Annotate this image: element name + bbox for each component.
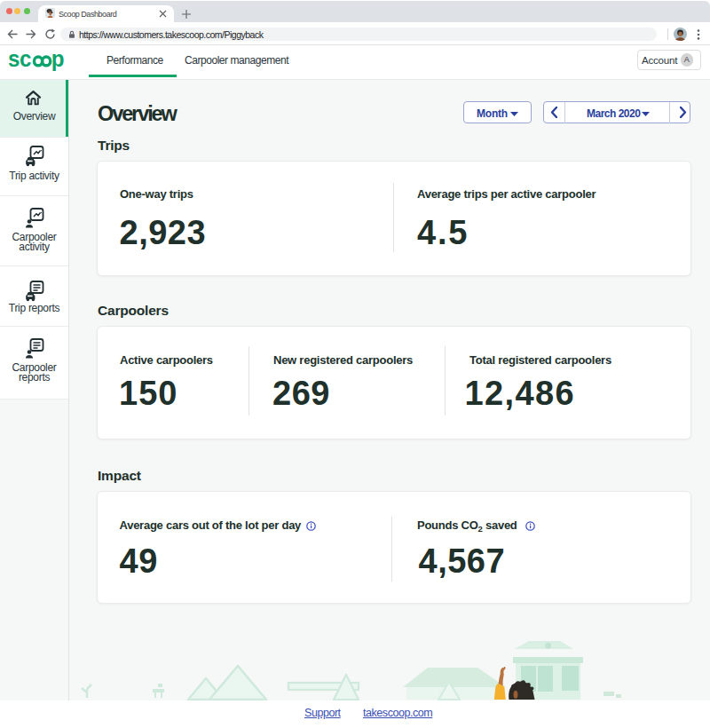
svg-text:sc: sc: [8, 47, 32, 72]
svg-text:p: p: [51, 47, 65, 72]
